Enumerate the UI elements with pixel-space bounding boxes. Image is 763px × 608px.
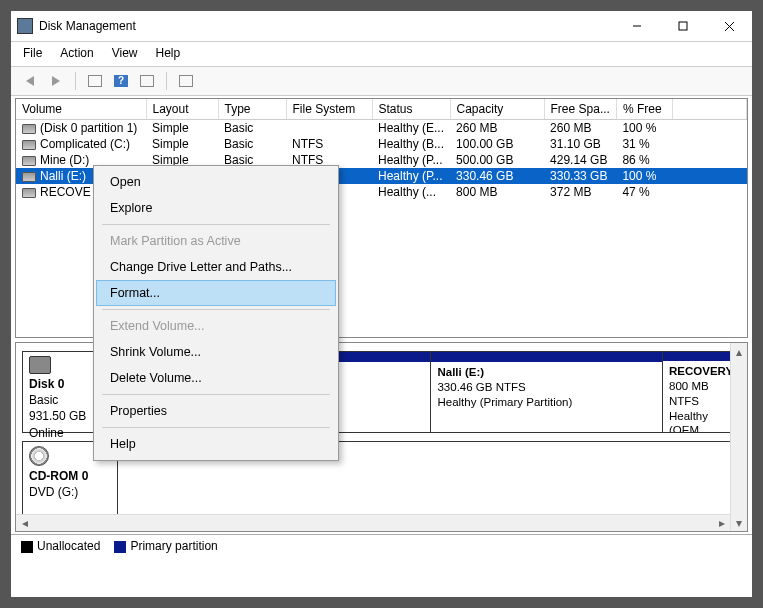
partition-nalli[interactable]: Nalli (E:) 330.46 GB NTFS Healthy (Prima… — [431, 351, 663, 433]
col-freespace[interactable]: Free Spa... — [544, 99, 616, 120]
cell-layout: Simple — [146, 120, 218, 137]
window-title: Disk Management — [39, 19, 614, 33]
toolbar-extra-button[interactable] — [175, 71, 197, 91]
cell-status: Healthy (E... — [372, 120, 450, 137]
close-icon — [724, 21, 735, 32]
close-button[interactable] — [706, 11, 752, 41]
vertical-scrollbar[interactable]: ▴ ▾ — [730, 343, 747, 531]
partition-status: Healthy (OEM — [669, 410, 708, 432]
context-separator — [102, 427, 330, 428]
disk0-state: Online — [29, 426, 64, 440]
cell-pct: 86 % — [616, 152, 672, 168]
volume-context-menu: Open Explore Mark Partition as Active Ch… — [93, 165, 339, 461]
menu-action[interactable]: Action — [58, 44, 95, 62]
hdd-icon — [29, 356, 51, 374]
table-row[interactable]: Complicated (C:)SimpleBasicNTFSHealthy (… — [16, 136, 747, 152]
table-row[interactable]: (Disk 0 partition 1)SimpleBasicHealthy (… — [16, 120, 747, 137]
col-type[interactable]: Type — [218, 99, 286, 120]
scroll-left-icon[interactable]: ◂ — [16, 516, 33, 530]
partition-title: RECOVERY — [669, 365, 733, 377]
volume-icon — [22, 140, 36, 150]
cell-status: Healthy (B... — [372, 136, 450, 152]
show-hide-console-button[interactable] — [84, 71, 106, 91]
context-mark-active: Mark Partition as Active — [96, 228, 336, 254]
partition-status: Healthy (Primary Partition) — [437, 396, 572, 408]
table-header-row: Volume Layout Type File System Status Ca… — [16, 99, 747, 120]
swatch-unallocated-icon — [21, 541, 33, 553]
horizontal-scrollbar[interactable]: ◂ ▸ — [16, 514, 730, 531]
menu-help[interactable]: Help — [154, 44, 183, 62]
context-separator — [102, 394, 330, 395]
window-controls — [614, 11, 752, 41]
disk0-type: Basic — [29, 393, 58, 407]
disk0-size: 931.50 GB — [29, 409, 86, 423]
context-explore[interactable]: Explore — [96, 195, 336, 221]
minimize-icon — [632, 21, 642, 31]
cell-capacity: 260 MB — [450, 120, 544, 137]
scroll-down-icon[interactable]: ▾ — [731, 514, 747, 531]
disk-management-window: Disk Management File Action View Help ? — [10, 10, 753, 598]
cell-fs — [286, 120, 372, 137]
cell-capacity: 330.46 GB — [450, 168, 544, 184]
context-format[interactable]: Format... — [96, 280, 336, 306]
context-help[interactable]: Help — [96, 431, 336, 457]
forward-button[interactable] — [45, 71, 67, 91]
cell-free: 330.33 GB — [544, 168, 616, 184]
col-pctfree[interactable]: % Free — [616, 99, 672, 120]
context-properties[interactable]: Properties — [96, 398, 336, 424]
cell-type: Basic — [218, 136, 286, 152]
swatch-primary-icon — [114, 541, 126, 553]
help-icon: ? — [114, 75, 128, 87]
minimize-button[interactable] — [614, 11, 660, 41]
menu-bar: File Action View Help — [11, 42, 752, 66]
legend-primary: Primary partition — [114, 539, 217, 553]
col-volume[interactable]: Volume — [16, 99, 146, 120]
partition-body: Nalli (E:) 330.46 GB NTFS Healthy (Prima… — [431, 362, 662, 413]
settings-list-icon — [140, 75, 154, 87]
scroll-up-icon[interactable]: ▴ — [731, 343, 747, 360]
cell-capacity: 100.00 GB — [450, 136, 544, 152]
arrow-right-icon — [52, 76, 60, 86]
volume-icon — [22, 172, 36, 182]
col-filesystem[interactable]: File System — [286, 99, 372, 120]
toolbar-settings-button[interactable] — [136, 71, 158, 91]
app-icon — [17, 18, 33, 34]
context-delete[interactable]: Delete Volume... — [96, 365, 336, 391]
cell-free: 260 MB — [544, 120, 616, 137]
cdrom-label: CD-ROM 0 — [29, 469, 88, 483]
scroll-right-icon[interactable]: ▸ — [713, 516, 730, 530]
disk0-label: Disk 0 — [29, 377, 64, 391]
cell-status: Healthy (P... — [372, 168, 450, 184]
help-topics-button[interactable]: ? — [110, 71, 132, 91]
col-status[interactable]: Status — [372, 99, 450, 120]
context-extend: Extend Volume... — [96, 313, 336, 339]
legend-bar: Unallocated Primary partition — [11, 534, 752, 557]
cdrom-sub: DVD (G:) — [29, 485, 78, 499]
back-button[interactable] — [19, 71, 41, 91]
cell-name: Complicated (C:) — [16, 136, 146, 152]
context-change-letter[interactable]: Change Drive Letter and Paths... — [96, 254, 336, 280]
cell-capacity: 800 MB — [450, 184, 544, 200]
arrow-left-icon — [26, 76, 34, 86]
context-separator — [102, 224, 330, 225]
volume-icon — [22, 188, 36, 198]
cell-name: (Disk 0 partition 1) — [16, 120, 146, 137]
cell-fs: NTFS — [286, 136, 372, 152]
cell-capacity: 500.00 GB — [450, 152, 544, 168]
partition-header — [431, 352, 662, 362]
cell-pct: 31 % — [616, 136, 672, 152]
cell-type: Basic — [218, 120, 286, 137]
toolbar-divider — [75, 72, 76, 90]
menu-view[interactable]: View — [110, 44, 140, 62]
col-layout[interactable]: Layout — [146, 99, 218, 120]
context-shrink[interactable]: Shrink Volume... — [96, 339, 336, 365]
col-capacity[interactable]: Capacity — [450, 99, 544, 120]
cell-pct: 100 % — [616, 168, 672, 184]
partition-size: 330.46 GB NTFS — [437, 381, 525, 393]
col-spacer — [672, 99, 746, 120]
maximize-button[interactable] — [660, 11, 706, 41]
menu-file[interactable]: File — [21, 44, 44, 62]
cell-status: Healthy (P... — [372, 152, 450, 168]
context-open[interactable]: Open — [96, 169, 336, 195]
titlebar: Disk Management — [11, 11, 752, 41]
